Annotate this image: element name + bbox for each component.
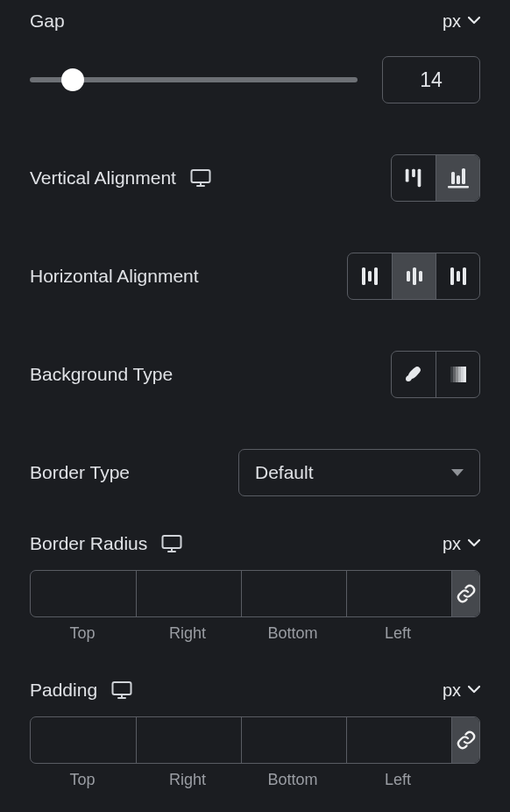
bgtype-gradient-button[interactable] (436, 352, 479, 397)
gap-slider[interactable] (30, 69, 358, 90)
vertical-alignment-label: Vertical Alignment (30, 167, 176, 189)
slider-thumb[interactable] (61, 68, 84, 91)
padding-unit-value: px (443, 680, 461, 701)
horizontal-alignment-group (347, 253, 480, 300)
gap-section: Gap px (30, 0, 480, 103)
border-radius-link-button[interactable] (451, 571, 479, 616)
side-label: Left (345, 624, 450, 643)
border-radius-label: Border Radius (30, 533, 147, 554)
background-type-row: Background Type (30, 351, 480, 398)
gap-label: Gap (30, 11, 65, 32)
border-radius-inputs: Top Right Bottom Left (30, 570, 480, 643)
side-label: Top (30, 624, 135, 643)
halign-left-button[interactable] (348, 253, 392, 299)
border-radius-unit-select[interactable]: px (443, 534, 480, 554)
vertical-alignment-row: Vertical Alignment (30, 154, 480, 202)
gradient-icon (448, 364, 469, 385)
border-type-row: Border Type Default (30, 449, 480, 496)
gap-value-input[interactable] (382, 56, 480, 103)
halign-right-button[interactable] (436, 253, 479, 299)
halign-center-button[interactable] (392, 253, 436, 299)
side-label: Bottom (240, 771, 345, 789)
padding-link-button[interactable] (451, 717, 479, 763)
chevron-down-icon (468, 538, 480, 550)
align-top-icon (403, 167, 424, 189)
align-left-icon (358, 265, 381, 288)
valign-bottom-button[interactable] (436, 155, 479, 201)
chevron-down-icon (468, 684, 480, 696)
border-radius-header: Border Radius px (30, 533, 480, 554)
side-label: Top (30, 771, 135, 789)
dropdown-caret-icon (451, 469, 464, 476)
side-label: Right (135, 771, 240, 789)
border-radius-unit-value: px (443, 534, 461, 554)
padding-left-input[interactable] (346, 717, 451, 763)
valign-top-button[interactable] (392, 155, 436, 201)
link-icon (456, 583, 477, 604)
horizontal-alignment-label: Horizontal Alignment (30, 266, 199, 287)
horizontal-alignment-row: Horizontal Alignment (30, 253, 480, 300)
border-type-value: Default (255, 462, 314, 483)
side-label: Right (135, 624, 240, 643)
side-label: Bottom (240, 624, 345, 643)
border-radius-right-input[interactable] (136, 571, 241, 616)
padding-bottom-input[interactable] (241, 717, 346, 763)
padding-right-input[interactable] (136, 717, 241, 763)
link-icon (456, 730, 477, 751)
gap-unit-select[interactable]: px (443, 11, 480, 32)
border-type-label: Border Type (30, 462, 130, 483)
border-type-select[interactable]: Default (238, 449, 480, 496)
background-type-group (391, 351, 480, 398)
padding-unit-select[interactable]: px (443, 680, 480, 701)
padding-header: Padding px (30, 680, 480, 701)
desktop-icon[interactable] (161, 534, 182, 553)
align-right-icon (447, 265, 470, 288)
padding-label: Padding (30, 680, 97, 701)
bgtype-classic-button[interactable] (392, 352, 436, 397)
border-radius-bottom-input[interactable] (241, 571, 346, 616)
gap-unit-value: px (443, 11, 461, 32)
background-type-label: Background Type (30, 364, 173, 385)
border-radius-left-input[interactable] (346, 571, 451, 616)
desktop-icon[interactable] (111, 680, 132, 700)
chevron-down-icon (468, 15, 480, 27)
align-center-icon (403, 265, 426, 288)
desktop-icon[interactable] (190, 168, 211, 188)
padding-inputs: Top Right Bottom Left (30, 716, 480, 789)
border-radius-top-input[interactable] (31, 571, 136, 616)
vertical-alignment-group (391, 154, 480, 202)
align-bottom-icon (447, 167, 470, 189)
brush-icon (403, 364, 424, 385)
padding-top-input[interactable] (31, 717, 136, 763)
side-label: Left (345, 771, 450, 789)
